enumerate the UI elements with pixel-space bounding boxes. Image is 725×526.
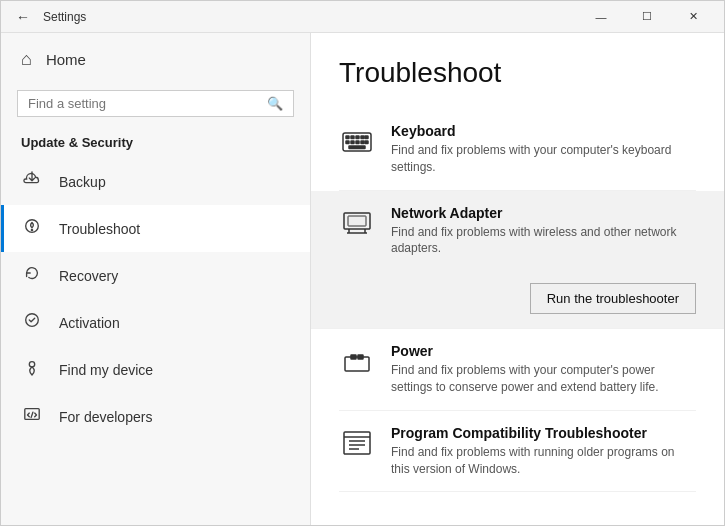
network-name: Network Adapter [391,205,696,221]
search-input[interactable] [28,96,267,111]
sidebar-developers-label: For developers [59,409,152,425]
sidebar-section-title: Update & Security [1,129,310,158]
recovery-icon [21,264,43,287]
developers-icon [21,405,43,428]
svg-rect-14 [361,141,364,144]
svg-rect-11 [346,141,349,144]
svg-rect-13 [356,141,359,144]
network-info: Network Adapter Find and fix problems wi… [391,205,696,258]
sidebar-item-find-device[interactable]: Find my device [1,346,310,393]
compatibility-info: Program Compatibility Troubleshooter Fin… [391,425,696,478]
network-desc: Find and fix problems with wireless and … [391,224,696,258]
sidebar-item-developers[interactable]: For developers [1,393,310,440]
maximize-button[interactable]: ☐ [624,1,670,33]
svg-point-3 [29,362,34,367]
sidebar-recovery-label: Recovery [59,268,118,284]
svg-rect-24 [358,355,363,359]
ts-keyboard-item: Keyboard Find and fix problems with your… [339,109,696,191]
home-icon: ⌂ [21,49,32,70]
svg-rect-21 [348,216,366,226]
svg-point-1 [31,229,32,230]
backup-icon [21,170,43,193]
sidebar: ⌂ Home 🔍 Update & Security Backup [1,33,311,525]
network-icon [339,205,375,241]
titlebar-left: ← Settings [13,7,86,27]
minimize-button[interactable]: — [578,1,624,33]
power-icon [339,343,375,379]
keyboard-icon [339,123,375,159]
svg-rect-23 [351,355,356,359]
main-layout: ⌂ Home 🔍 Update & Security Backup [1,33,724,525]
svg-rect-22 [345,357,369,371]
svg-rect-25 [344,432,370,454]
sidebar-troubleshoot-label: Troubleshoot [59,221,140,237]
compatibility-icon [339,425,375,461]
svg-rect-8 [356,136,359,139]
power-name: Power [391,343,696,359]
sidebar-home-item[interactable]: ⌂ Home [1,33,310,86]
svg-rect-10 [365,136,368,139]
window-controls: — ☐ ✕ [578,1,716,33]
window-title: Settings [43,10,86,24]
keyboard-info: Keyboard Find and fix problems with your… [391,123,696,176]
troubleshoot-icon [21,217,43,240]
home-label: Home [46,51,86,68]
keyboard-name: Keyboard [391,123,696,139]
network-bottom-row: Run the troubleshooter [339,273,696,314]
sidebar-find-device-label: Find my device [59,362,153,378]
ts-network-item: Network Adapter Find and fix problems wi… [311,191,724,330]
find-device-icon [21,358,43,381]
sidebar-activation-label: Activation [59,315,120,331]
search-box: 🔍 [17,90,294,117]
svg-rect-6 [346,136,349,139]
svg-rect-12 [351,141,354,144]
page-title: Troubleshoot [339,57,696,89]
titlebar: ← Settings — ☐ ✕ [1,1,724,33]
settings-window: ← Settings — ☐ ✕ ⌂ Home 🔍 Update & Secur… [0,0,725,526]
sidebar-item-backup[interactable]: Backup [1,158,310,205]
search-icon: 🔍 [267,96,283,111]
sidebar-item-activation[interactable]: Activation [1,299,310,346]
svg-rect-9 [361,136,364,139]
compatibility-name: Program Compatibility Troubleshooter [391,425,696,441]
ts-compatibility-item: Program Compatibility Troubleshooter Fin… [339,411,696,493]
run-troubleshooter-button[interactable]: Run the troubleshooter [530,283,696,314]
sidebar-item-recovery[interactable]: Recovery [1,252,310,299]
network-top-row: Network Adapter Find and fix problems wi… [339,205,696,258]
compatibility-desc: Find and fix problems with running older… [391,444,696,478]
back-button[interactable]: ← [13,7,33,27]
keyboard-desc: Find and fix problems with your computer… [391,142,696,176]
power-info: Power Find and fix problems with your co… [391,343,696,396]
power-desc: Find and fix problems with your computer… [391,362,696,396]
close-button[interactable]: ✕ [670,1,716,33]
svg-rect-7 [351,136,354,139]
ts-power-item: Power Find and fix problems with your co… [339,329,696,411]
sidebar-item-troubleshoot[interactable]: Troubleshoot [1,205,310,252]
sidebar-backup-label: Backup [59,174,106,190]
activation-icon [21,311,43,334]
svg-rect-16 [349,146,365,149]
svg-rect-15 [365,141,368,144]
content-area: Troubleshoot [311,33,724,525]
